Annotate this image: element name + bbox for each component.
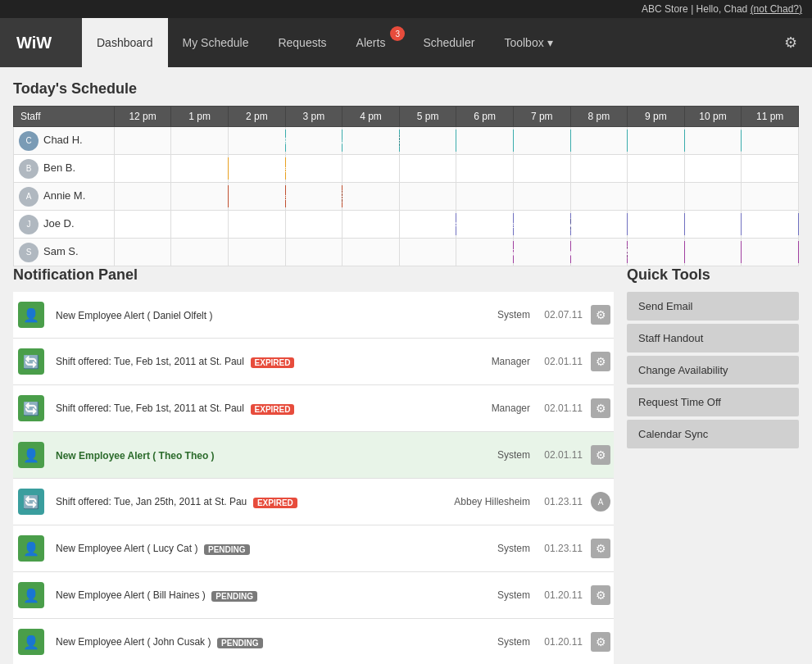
time-cell bbox=[513, 127, 570, 155]
time-cell bbox=[342, 155, 400, 183]
time-cell bbox=[513, 155, 570, 183]
quick-tools-panel: Quick Tools Send EmailStaff HandoutChang… bbox=[627, 266, 799, 452]
quick-tool-button[interactable]: Request Time Off bbox=[627, 388, 799, 416]
staff-name: Joe D. bbox=[43, 217, 75, 230]
nav-alerts[interactable]: Alerts 3 bbox=[342, 18, 409, 67]
action-gear-button[interactable]: ⚙ bbox=[591, 352, 610, 371]
quick-tool-button[interactable]: Send Email bbox=[627, 292, 799, 321]
notification-list: 👤New Employee Alert ( Daniel Olfelt )Sys… bbox=[13, 292, 614, 664]
nav-dashboard[interactable]: Dashboard bbox=[82, 18, 168, 67]
time-cell bbox=[229, 183, 286, 211]
time-cell bbox=[229, 211, 286, 239]
time-cell bbox=[171, 127, 229, 155]
notification-icon-wrap: 👤 bbox=[13, 577, 49, 613]
notification-from: Abbey Hillesheim bbox=[432, 496, 530, 507]
nav-my-schedule[interactable]: My Schedule bbox=[168, 18, 264, 67]
quick-tool-button[interactable]: Change Availability bbox=[627, 356, 799, 384]
notification-message: New Employee Alert ( Bill Haines ) bbox=[56, 589, 206, 601]
col-staff: Staff bbox=[14, 107, 115, 127]
notification-action[interactable]: ⚙ bbox=[587, 539, 614, 558]
notification-action[interactable]: ⚙ bbox=[587, 352, 614, 371]
schedule-table: Staff 12 pm 1 pm 2 pm 3 pm 4 pm 5 pm 6 p… bbox=[13, 106, 799, 266]
notification-action[interactable]: A bbox=[587, 492, 614, 512]
time-cell: ⚙8 AM - 4 PM at St. PaulDELI bbox=[114, 183, 171, 211]
time-cell bbox=[229, 127, 286, 155]
avatar: S bbox=[19, 243, 39, 262]
time-cell bbox=[570, 155, 628, 183]
notification-tag: PENDING bbox=[217, 638, 263, 648]
schedule-header-row: Staff 12 pm 1 pm 2 pm 3 pm 4 pm 5 pm 6 p… bbox=[14, 107, 799, 127]
action-gear-button[interactable]: ⚙ bbox=[591, 585, 610, 605]
col-7pm: 7 pm bbox=[513, 107, 570, 127]
nav-requests[interactable]: Requests bbox=[263, 18, 341, 67]
action-gear-button[interactable]: ⚙ bbox=[591, 632, 610, 652]
person-icon: 👤 bbox=[18, 582, 44, 608]
time-cell bbox=[684, 211, 742, 239]
time-cell bbox=[570, 127, 628, 155]
time-cell bbox=[456, 155, 514, 183]
staff-name-cell: JJoe D. bbox=[14, 211, 115, 239]
staff-name-cell: BBen B. bbox=[14, 155, 115, 183]
notification-icon-wrap: 🔄 bbox=[13, 343, 49, 380]
gear-icon: ⚙ bbox=[784, 34, 797, 52]
notification-message: New Employee Alert ( Daniel Olfelt ) bbox=[56, 310, 212, 321]
notification-message: New Employee Alert ( Theo Theo ) bbox=[56, 450, 215, 462]
schedule-section: Today's Schedule Staff 12 pm 1 pm 2 pm 3… bbox=[13, 80, 799, 266]
notification-from: System bbox=[432, 636, 530, 648]
time-cell bbox=[628, 211, 685, 239]
notification-item: 🔄Shift offered: Tue, Jan 25th, 2011 at S… bbox=[13, 479, 614, 525]
bottom-section: Notification Panel 👤New Employee Alert (… bbox=[13, 266, 799, 664]
time-cell: ⚙12:30 PM - 9:30 PM at St. PaulDELI bbox=[114, 127, 171, 155]
action-gear-button[interactable]: ⚙ bbox=[591, 398, 610, 418]
shift-icon: 🔄 bbox=[18, 489, 44, 515]
time-cell bbox=[171, 239, 229, 266]
notification-date: 02.01.11 bbox=[530, 356, 587, 367]
avatar: C bbox=[19, 131, 39, 151]
notification-date: 01.20.11 bbox=[530, 589, 587, 601]
action-gear-button[interactable]: ⚙ bbox=[591, 539, 610, 558]
logo[interactable]: WiW bbox=[0, 18, 82, 67]
schedule-row: CChad H.⚙12:30 PM - 9:30 PM at St. PaulD… bbox=[14, 127, 799, 155]
notification-action[interactable]: ⚙ bbox=[587, 398, 614, 418]
notification-content: New Employee Alert ( Daniel Olfelt ) bbox=[49, 309, 432, 321]
notification-from: Manager bbox=[432, 356, 530, 367]
action-gear-button[interactable]: ⚙ bbox=[591, 445, 610, 465]
time-cell bbox=[399, 239, 456, 266]
time-cell bbox=[285, 127, 342, 155]
notification-date: 02.07.11 bbox=[530, 309, 587, 321]
staff-name-cell: AAnnie M. bbox=[14, 183, 115, 211]
notification-from: System bbox=[432, 543, 530, 554]
action-avatar[interactable]: A bbox=[591, 492, 610, 512]
not-user-link[interactable]: (not Chad?) bbox=[751, 3, 802, 15]
notification-content: Shift offered: Tue, Jan 25th, 2011 at St… bbox=[49, 495, 432, 507]
time-cell bbox=[399, 155, 456, 183]
time-cell bbox=[285, 155, 342, 183]
nav-toolbox[interactable]: Toolbox ▾ bbox=[489, 18, 567, 67]
time-cell bbox=[628, 155, 685, 183]
nav: WiW Dashboard My Schedule Requests Alert… bbox=[0, 18, 812, 67]
notification-tag: EXPIRED bbox=[251, 404, 295, 415]
time-cell bbox=[570, 211, 628, 239]
notification-tag: EXPIRED bbox=[251, 357, 295, 368]
notification-icon-wrap: 👤 bbox=[13, 530, 49, 566]
notification-action[interactable]: ⚙ bbox=[587, 585, 614, 605]
notification-action[interactable]: ⚙ bbox=[587, 632, 614, 652]
notification-message: Shift offered: Tue, Jan 25th, 2011 at St… bbox=[56, 496, 247, 507]
time-cell bbox=[171, 183, 229, 211]
nav-gear-button[interactable]: ⚙ bbox=[769, 18, 812, 67]
time-cell bbox=[399, 183, 456, 211]
col-5pm: 5 pm bbox=[399, 107, 456, 127]
time-cell bbox=[742, 127, 799, 155]
schedule-title: Today's Schedule bbox=[13, 80, 799, 98]
notification-action[interactable]: ⚙ bbox=[587, 305, 614, 325]
time-cell bbox=[684, 155, 742, 183]
quick-tool-button[interactable]: Staff Handout bbox=[627, 324, 799, 352]
action-gear-button[interactable]: ⚙ bbox=[591, 305, 610, 325]
quick-tool-button[interactable]: Calendar Sync bbox=[627, 420, 799, 448]
notification-action[interactable]: ⚙ bbox=[587, 445, 614, 465]
main-content: Today's Schedule Staff 12 pm 1 pm 2 pm 3… bbox=[0, 67, 812, 664]
notification-item: 👤New Employee Alert ( Daniel Olfelt )Sys… bbox=[13, 292, 614, 339]
schedule-row: BBen B.⚙5 AM - 2 PM at St. Pau bbox=[14, 155, 799, 183]
staff-name: Annie M. bbox=[43, 189, 85, 202]
nav-scheduler[interactable]: Scheduler bbox=[408, 18, 489, 67]
